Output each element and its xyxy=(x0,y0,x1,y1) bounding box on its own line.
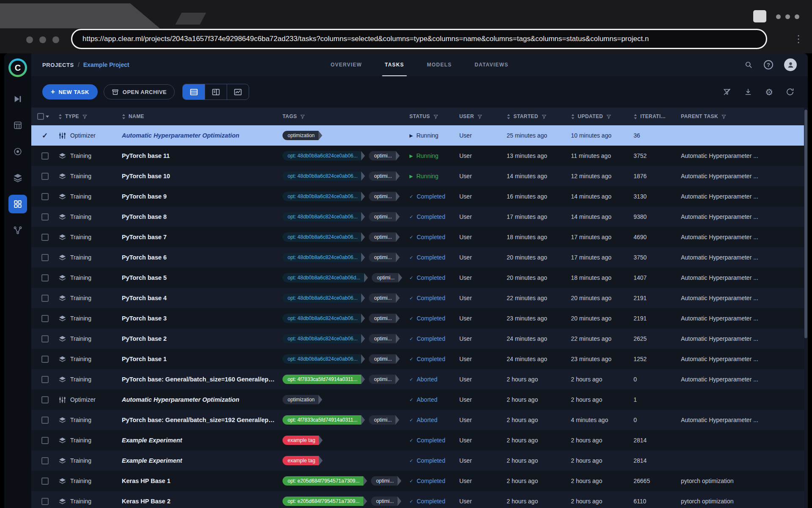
task-name[interactable]: PyTorch base 1 xyxy=(122,356,283,362)
search-icon[interactable] xyxy=(744,61,753,69)
table-row[interactable]: Training PyTorch base 2 opt: 48db0b8a6c8… xyxy=(31,329,808,349)
tab-tasks[interactable]: TASKS xyxy=(385,53,404,76)
row-checkbox[interactable] xyxy=(41,213,49,221)
row-select[interactable]: ✓ xyxy=(31,131,58,140)
url-bar[interactable]: https://app.clear.ml/projects/2043a1657f… xyxy=(71,29,767,49)
row-select[interactable] xyxy=(31,274,58,282)
sidebar-item-datasets[interactable] xyxy=(8,168,27,187)
table-row[interactable]: Training Keras HP Base 1 opt: e205d684f7… xyxy=(31,471,808,491)
table-row[interactable]: Training PyTorch base 7 opt: 48db0b8a6c8… xyxy=(31,227,808,247)
sidebar-item-apps[interactable] xyxy=(8,142,27,161)
row-checkbox[interactable] xyxy=(41,193,49,200)
row-select[interactable] xyxy=(31,335,58,342)
row-select[interactable] xyxy=(31,315,58,322)
table-row[interactable]: Training PyTorch base: General/batch_siz… xyxy=(31,369,808,389)
browser-tab-secondary[interactable] xyxy=(176,13,206,25)
select-all-checkbox[interactable] xyxy=(31,113,58,120)
task-name[interactable]: PyTorch base 2 xyxy=(122,335,283,342)
row-checkbox[interactable] xyxy=(41,254,49,261)
table-row[interactable]: Training PyTorch base 3 opt: 48db0b8a6c8… xyxy=(31,308,808,329)
task-name[interactable]: PyTorch base: General/batch_size=192 Gen… xyxy=(122,417,283,423)
task-name[interactable]: PyTorch base: General/batch_size=160 Gen… xyxy=(122,376,283,383)
filter-icon[interactable] xyxy=(300,114,305,119)
row-checkbox[interactable] xyxy=(41,417,49,424)
auto-refresh-icon[interactable] xyxy=(786,88,794,96)
row-select[interactable] xyxy=(31,173,58,180)
scrollbar-thumb[interactable] xyxy=(804,110,807,338)
row-checkbox[interactable] xyxy=(41,356,49,363)
row-select[interactable] xyxy=(31,498,58,505)
row-select[interactable] xyxy=(31,152,58,160)
row-select[interactable] xyxy=(31,254,58,261)
column-header-status[interactable]: STATUS xyxy=(409,113,459,119)
row-checkbox[interactable] xyxy=(41,315,49,322)
row-checkbox[interactable] xyxy=(41,478,49,485)
task-name[interactable]: Keras HP Base 1 xyxy=(122,478,283,484)
table-row[interactable]: Training PyTorch base 5 opt: 48db0b8a6c8… xyxy=(31,268,808,288)
scrollbar[interactable] xyxy=(804,108,808,508)
column-header-parent-task[interactable]: PARENT TASK xyxy=(681,113,808,119)
filter-off-icon[interactable] xyxy=(723,88,731,96)
column-header-name[interactable]: NAME xyxy=(122,113,283,119)
task-name[interactable]: PyTorch base 7 xyxy=(122,234,283,240)
row-select[interactable] xyxy=(31,457,58,464)
tab-models[interactable]: MODELS xyxy=(427,53,452,76)
table-row[interactable]: ✓ Optimizer Automatic Hyperparameter Opt… xyxy=(31,125,808,146)
table-row[interactable]: Training PyTorch base 10 opt: 48db0b8a6c… xyxy=(31,166,808,186)
task-name[interactable]: PyTorch base 6 xyxy=(122,254,283,261)
chevron-down-icon[interactable] xyxy=(46,116,49,118)
clearml-logo[interactable]: C xyxy=(8,58,27,77)
row-checkbox[interactable] xyxy=(41,335,49,342)
task-name[interactable]: Automatic Hyperparameter Optimization xyxy=(122,396,283,403)
row-checkbox[interactable] xyxy=(41,396,49,403)
filter-icon[interactable] xyxy=(477,114,483,119)
tab-dataviews[interactable]: DATAVIEWS xyxy=(475,53,508,76)
row-select[interactable] xyxy=(31,437,58,444)
row-checkbox[interactable] xyxy=(41,274,49,282)
new-task-button[interactable]: NEW TASK xyxy=(42,84,98,99)
column-header-iterati[interactable]: ITERATI... xyxy=(634,113,681,119)
help-icon[interactable] xyxy=(764,60,773,69)
row-select[interactable] xyxy=(31,356,58,363)
row-checkbox[interactable] xyxy=(41,234,49,241)
open-archive-button[interactable]: OPEN ARCHIVE xyxy=(104,84,175,99)
task-name[interactable]: PyTorch base 3 xyxy=(122,315,283,322)
column-header-tags[interactable]: TAGS xyxy=(283,113,409,119)
task-name[interactable]: Example Experiment xyxy=(122,457,283,464)
table-row[interactable]: Training PyTorch base 1 opt: 48db0b8a6c8… xyxy=(31,349,808,369)
row-checkbox[interactable] xyxy=(41,173,49,180)
column-header-type[interactable]: TYPE xyxy=(58,113,122,119)
row-select[interactable] xyxy=(31,396,58,403)
row-select[interactable] xyxy=(31,234,58,241)
row-select[interactable] xyxy=(31,193,58,200)
table-row[interactable]: Optimizer Automatic Hyperparameter Optim… xyxy=(31,389,808,410)
row-checkbox[interactable] xyxy=(41,295,49,302)
tab-overview[interactable]: OVERVIEW xyxy=(331,53,362,76)
breadcrumb-projects[interactable]: PROJECTS xyxy=(42,62,74,68)
task-name[interactable]: Example Experiment xyxy=(122,437,283,444)
table-row[interactable]: Training PyTorch base 11 opt: 48db0b8a6c… xyxy=(31,146,808,166)
row-checkbox[interactable] xyxy=(41,457,49,464)
row-checkbox[interactable] xyxy=(41,376,49,383)
table-row[interactable]: Training PyTorch base 4 opt: 48db0b8a6c8… xyxy=(31,288,808,308)
row-checkbox[interactable] xyxy=(41,437,49,444)
window-menu-dots-icon[interactable] xyxy=(776,14,799,19)
sort-icon[interactable] xyxy=(634,114,637,119)
task-name[interactable]: Keras HP Base 2 xyxy=(122,498,283,505)
task-name[interactable]: PyTorch base 9 xyxy=(122,193,283,200)
chart-view-button[interactable] xyxy=(227,84,249,99)
table-row[interactable]: Training PyTorch base: General/batch_siz… xyxy=(31,410,808,430)
filter-icon[interactable] xyxy=(82,114,88,119)
row-checkbox[interactable] xyxy=(41,498,49,505)
download-icon[interactable] xyxy=(744,88,752,96)
filter-icon[interactable] xyxy=(433,114,439,119)
row-select[interactable] xyxy=(31,417,58,424)
sidebar-item-pipelines[interactable] xyxy=(8,221,27,240)
browser-menu-icon[interactable] xyxy=(793,33,802,45)
table-row[interactable]: Training PyTorch base 8 opt: 48db0b8a6c8… xyxy=(31,207,808,227)
window-control-icon[interactable] xyxy=(753,10,766,22)
filter-icon[interactable] xyxy=(606,114,612,119)
task-name[interactable]: PyTorch base 4 xyxy=(122,295,283,301)
sort-icon[interactable] xyxy=(571,114,575,119)
table-row[interactable]: Training Example Experiment example tag … xyxy=(31,450,808,471)
